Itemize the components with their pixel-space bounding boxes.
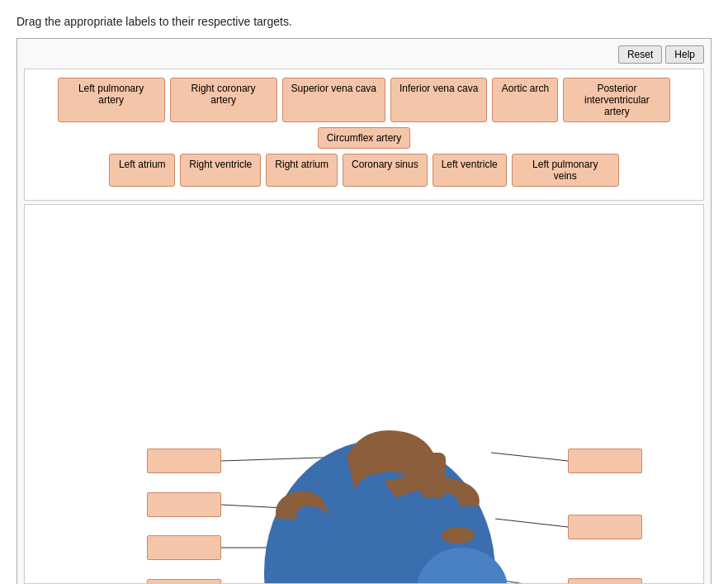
drop-target-right-3[interactable] <box>568 578 642 584</box>
drop-target-left-1[interactable] <box>147 449 221 473</box>
label-chip-1[interactable]: Right coronary artery <box>170 78 277 122</box>
heart-illustration <box>239 407 520 584</box>
drop-target-right-1[interactable] <box>568 449 642 473</box>
label-chip-5[interactable]: Posterior interventricular artery <box>563 78 670 122</box>
label-chip-3[interactable]: Inferior vena cava <box>390 78 487 122</box>
svg-point-15 <box>442 527 475 544</box>
label-chip-r2-4[interactable]: Left ventricle <box>433 154 507 187</box>
main-panel: Reset Help Left pulmonary arteryRight co… <box>17 38 711 584</box>
label-chip-r2-3[interactable]: Coronary sinus <box>343 154 428 187</box>
label-chip-r2-2[interactable]: Right atrium <box>266 154 338 187</box>
drop-target-left-3[interactable] <box>147 535 221 560</box>
page-container: Drag the appropriate labels to their res… <box>0 0 728 584</box>
label-chip-6[interactable]: Circumflex artery <box>318 127 411 149</box>
label-chip-0[interactable]: Left pulmonary artery <box>58 78 165 122</box>
help-button[interactable]: Help <box>665 45 704 64</box>
label-chip-r2-1[interactable]: Right ventricle <box>180 154 261 187</box>
drop-target-right-2[interactable] <box>568 515 642 539</box>
labels-row-2: Left atriumRight ventricleRight atriumCo… <box>31 154 697 187</box>
reset-button[interactable]: Reset <box>618 45 662 64</box>
label-chip-r2-5[interactable]: Left pulmonary veins <box>512 154 619 187</box>
instructions-text: Drag the appropriate labels to their res… <box>0 8 728 38</box>
label-chip-4[interactable]: Aortic arch <box>492 78 558 122</box>
drop-target-left-4[interactable] <box>147 579 221 584</box>
drop-target-left-2[interactable] <box>147 492 221 517</box>
diagram-area <box>24 204 704 584</box>
label-chip-r2-0[interactable]: Left atrium <box>109 154 175 187</box>
labels-row-1: Left pulmonary arteryRight coronary arte… <box>31 78 697 149</box>
labels-area: Left pulmonary arteryRight coronary arte… <box>24 69 704 201</box>
label-chip-2[interactable]: Superior vena cava <box>282 78 385 122</box>
top-bar: Reset Help <box>24 45 704 64</box>
